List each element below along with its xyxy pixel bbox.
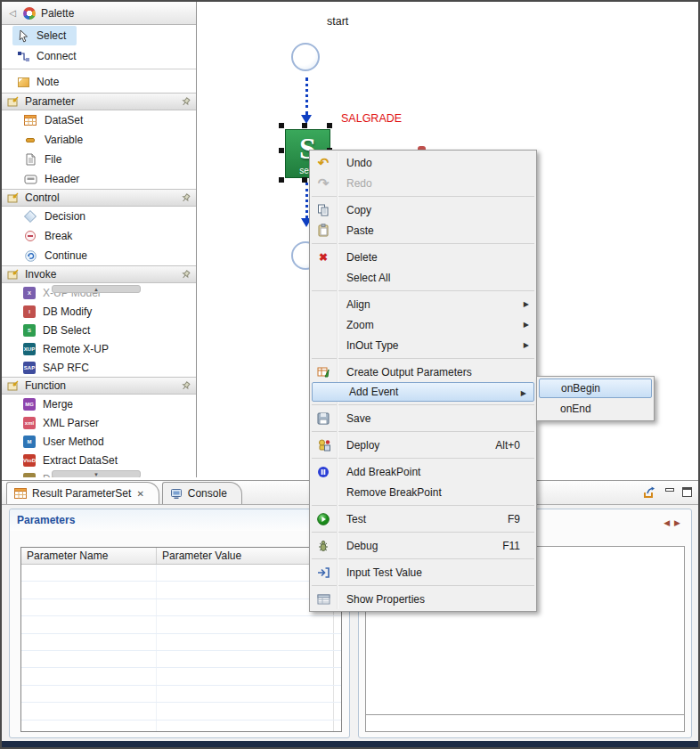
- start-node[interactable]: [291, 43, 320, 71]
- minimize-icon[interactable]: [665, 488, 674, 492]
- palette-item-remote-xup[interactable]: XUP Remote X-UP: [2, 339, 196, 358]
- separator: [312, 196, 534, 197]
- table-row[interactable]: [21, 634, 341, 651]
- palette-section-control[interactable]: Control: [2, 189, 196, 207]
- close-tab-icon[interactable]: ✕: [136, 489, 143, 499]
- palette-section-parameter[interactable]: Parameter: [2, 93, 196, 110]
- tab-console[interactable]: Console: [162, 482, 242, 504]
- menu-item-undo[interactable]: ↶ Undo: [310, 152, 536, 173]
- console-icon: [170, 488, 183, 500]
- tab-result-parameterset[interactable]: Result ParameterSet ✕: [6, 482, 159, 504]
- user-method-icon: M: [23, 436, 36, 448]
- selection-handle[interactable]: [327, 123, 332, 128]
- palette-item-label: DB Select: [43, 324, 90, 337]
- connector-line[interactable]: [305, 77, 308, 115]
- menu-item-add-breakpoint[interactable]: Add BreakPoint: [310, 461, 536, 482]
- menu-item-show-properties[interactable]: Show Properties: [310, 589, 536, 609]
- collapse-palette-icon[interactable]: ◁: [7, 8, 18, 18]
- menu-item-label: Save: [346, 412, 370, 425]
- menu-item-deploy[interactable]: Deploy Alt+0: [310, 435, 536, 455]
- pin-icon[interactable]: [181, 381, 191, 391]
- palette-item-header[interactable]: Header: [2, 169, 196, 189]
- table-row[interactable]: [21, 616, 341, 633]
- submenu-item-onend[interactable]: onEnd: [539, 398, 652, 419]
- palette-item-extract-dataset[interactable]: VtoD Extract DataSet: [2, 451, 196, 469]
- open-in-window-icon[interactable]: [642, 485, 657, 499]
- remote-xup-icon: XUP: [23, 343, 36, 355]
- menu-item-copy[interactable]: Copy: [310, 199, 536, 220]
- palette-item-db-modify[interactable]: I DB Modify: [2, 302, 196, 321]
- nav-right-icon[interactable]: ▶: [674, 518, 680, 527]
- properties-icon: [310, 594, 337, 605]
- menu-item-add-event[interactable]: Add Event ▶: [312, 382, 534, 402]
- connector-line[interactable]: [305, 183, 308, 218]
- selection-handle[interactable]: [279, 123, 284, 128]
- table-row[interactable]: [21, 668, 341, 685]
- palette-item-xml-parser[interactable]: xml XML Parser: [2, 413, 196, 432]
- column-header-parameter-value[interactable]: Parameter Value: [157, 548, 334, 564]
- selection-handle[interactable]: [279, 148, 284, 153]
- pin-icon[interactable]: [181, 193, 191, 203]
- table-row[interactable]: [21, 599, 341, 616]
- submenu-arrow-icon: ▶: [524, 321, 529, 329]
- menu-item-redo[interactable]: ↷ Redo: [310, 173, 536, 193]
- submenu-item-onbegin[interactable]: onBegin: [539, 379, 652, 398]
- break-icon: [23, 229, 37, 243]
- palette-item-label: Remote X-UP: [43, 343, 109, 355]
- palette-scroll-down[interactable]: ▼: [52, 470, 141, 477]
- palette-item-decision[interactable]: Decision: [2, 207, 196, 226]
- palette-item-sap-rfc[interactable]: SAP SAP RFC: [2, 358, 196, 377]
- palette-scroll-up[interactable]: ▲: [52, 285, 141, 293]
- palette-item-db-select[interactable]: S DB Select: [2, 321, 196, 339]
- menu-item-delete[interactable]: ✖ Delete: [310, 247, 536, 267]
- menu-item-create-output-parameters[interactable]: Create Output Parameters: [310, 362, 536, 382]
- table-row[interactable]: [21, 721, 341, 732]
- menu-item-paste[interactable]: Paste: [310, 220, 536, 240]
- palette-icon: [23, 7, 36, 20]
- palette-item-file[interactable]: File: [2, 150, 196, 169]
- table-row[interactable]: [21, 686, 341, 703]
- palette-item-continue[interactable]: Continue: [2, 246, 196, 265]
- palette-item-variable[interactable]: Variable: [2, 130, 196, 150]
- palette-item-label: XML Parser: [43, 417, 99, 429]
- palette-tool-select[interactable]: Select: [12, 26, 77, 45]
- table-row[interactable]: [21, 651, 341, 668]
- context-menu: ↶ Undo ↷ Redo Copy Paste ✖ Delete Select…: [309, 150, 537, 612]
- table-row[interactable]: [21, 565, 341, 582]
- file-icon: [23, 152, 37, 167]
- palette-section-invoke[interactable]: Invoke: [2, 265, 196, 283]
- palette-item-user-method[interactable]: M User Method: [2, 432, 196, 451]
- palette-item-label: DataSet: [45, 114, 83, 126]
- menu-item-debug[interactable]: Debug F11: [310, 535, 536, 556]
- table-row[interactable]: [21, 703, 341, 720]
- pin-icon[interactable]: [181, 97, 191, 107]
- pin-icon[interactable]: [181, 270, 191, 280]
- debug-icon: [310, 540, 337, 552]
- maximize-icon[interactable]: [682, 487, 692, 497]
- menu-item-input-test-value[interactable]: Input Test Value: [310, 562, 536, 582]
- menu-item-select-all[interactable]: Select All: [310, 267, 536, 288]
- menu-item-zoom[interactable]: Zoom ▶: [310, 314, 536, 335]
- parameters-group: Parameters Parameter Name Parameter Valu…: [9, 509, 350, 738]
- column-header-parameter-name[interactable]: Parameter Name: [21, 548, 157, 564]
- menu-item-test[interactable]: Test F9: [310, 509, 536, 529]
- palette-tool-note[interactable]: Note: [12, 72, 69, 92]
- menu-item-inout-type[interactable]: InOut Type ▶: [310, 335, 536, 355]
- palette-item-break[interactable]: Break: [2, 226, 196, 246]
- selection-handle[interactable]: [302, 123, 307, 128]
- palette-item-dataset[interactable]: DataSet: [2, 110, 196, 130]
- menu-item-align[interactable]: Align ▶: [310, 294, 536, 314]
- deploy-icon: [310, 438, 337, 452]
- palette-tool-connect[interactable]: Connect: [12, 46, 87, 66]
- nav-left-icon[interactable]: ◀: [663, 518, 670, 527]
- palette-tool-label: Connect: [37, 50, 77, 62]
- menu-item-remove-breakpoint[interactable]: Remove BreakPoint: [310, 482, 536, 502]
- table-row[interactable]: [21, 582, 341, 598]
- separator: [312, 290, 534, 291]
- palette-item-merge[interactable]: MG Merge: [2, 395, 196, 413]
- palette-section-function[interactable]: Function: [2, 377, 196, 395]
- menu-item-save[interactable]: Save: [310, 408, 536, 428]
- input-test-icon: [310, 566, 337, 579]
- selection-handle[interactable]: [279, 177, 284, 183]
- menu-shortcut: F11: [502, 540, 536, 552]
